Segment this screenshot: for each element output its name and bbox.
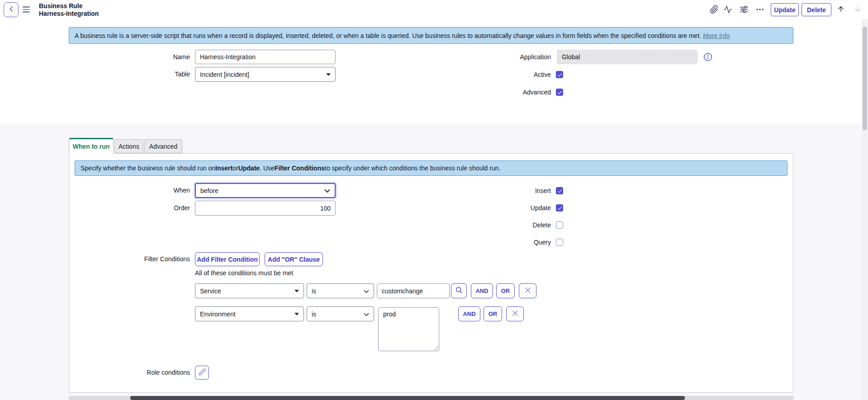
info-seg: . Use <box>260 165 275 172</box>
pencil-edit-icon <box>199 368 206 377</box>
condition-1-and-button[interactable]: AND <box>471 283 493 298</box>
active-checkbox[interactable] <box>556 71 563 78</box>
condition-1-operator-value: is <box>312 287 316 295</box>
info-seg: or <box>232 165 238 172</box>
condition-1-remove-button[interactable] <box>519 283 536 298</box>
delete-button[interactable]: Delete <box>802 3 831 16</box>
business-rule-info-banner: A business rule is a server-side script … <box>69 27 793 44</box>
activity-stream-icon[interactable] <box>722 4 733 15</box>
condition-2-operator-select[interactable]: is <box>307 306 374 321</box>
update-checkbox[interactable] <box>556 204 563 212</box>
chevron-down-icon <box>364 311 369 318</box>
previous-record-arrow-up-icon[interactable] <box>836 4 846 14</box>
condition-2-or-button[interactable]: OR <box>484 306 502 321</box>
table-label: Table <box>90 67 190 82</box>
context-menu-icon[interactable] <box>23 6 30 13</box>
insert-checkbox[interactable] <box>556 187 563 194</box>
dropdown-triangle-icon <box>294 313 299 315</box>
info-bold-insert: Insert <box>215 165 232 172</box>
condition-2-operator-value: is <box>312 311 316 318</box>
query-label: Query <box>451 235 551 250</box>
back-button[interactable] <box>4 2 19 17</box>
business-rule-page: Business Rule Harness-Integration Update… <box>0 0 868 400</box>
condition-match-text: All of these conditions must be met <box>195 269 293 277</box>
update-label: Update <box>451 201 551 216</box>
info-seg: Specify whether the business rule should… <box>81 165 215 172</box>
when-label: When <box>90 183 190 198</box>
dropdown-triangle-icon <box>294 290 299 292</box>
condition-1-operator-select[interactable]: is <box>307 283 374 298</box>
when-select-value: before <box>200 187 218 194</box>
when-to-run-info-banner: Specify whether the business rule should… <box>75 160 787 176</box>
horizontal-scrollbar-thumb[interactable] <box>130 396 685 400</box>
info-bold-update: Update <box>238 165 260 172</box>
condition-2-field-value: Environment <box>200 311 236 318</box>
tab-advanced-label: Advanced <box>149 143 177 150</box>
active-label: Active <box>451 67 551 82</box>
tab-when-to-run-label: When to run <box>73 143 110 150</box>
personalize-form-sliders-icon[interactable] <box>739 4 749 15</box>
record-type: Business Rule <box>39 2 99 10</box>
condition-2-value-textarea[interactable]: prod <box>378 307 439 351</box>
query-checkbox[interactable] <box>556 239 563 246</box>
page-title: Business Rule Harness-Integration <box>39 2 99 18</box>
info-bold-filter-conditions: Filter Conditions <box>275 165 325 172</box>
when-select[interactable]: before <box>195 183 336 198</box>
record-name: Harness-Integration <box>39 10 99 18</box>
application-info-icon[interactable] <box>702 52 713 62</box>
condition-1-reference-lookup-button[interactable] <box>451 283 467 298</box>
tab-actions[interactable]: Actions <box>114 139 143 153</box>
update-button[interactable]: Update <box>771 3 799 16</box>
attachment-paperclip-icon[interactable] <box>709 4 720 15</box>
edit-role-conditions-button[interactable] <box>195 366 209 380</box>
order-input[interactable] <box>195 201 336 216</box>
application-readonly-field: Global <box>557 50 697 64</box>
name-label: Name <box>90 50 190 65</box>
close-icon <box>512 310 518 318</box>
table-select[interactable]: Incident [incident] <box>195 67 336 82</box>
add-filter-condition-button[interactable]: Add Filter Condition <box>195 252 260 266</box>
more-options-ellipsis-icon[interactable] <box>754 4 765 15</box>
chevron-down-icon <box>364 287 369 295</box>
tab-advanced[interactable]: Advanced <box>144 139 182 153</box>
chevron-left-icon <box>8 5 15 14</box>
delete-checkbox[interactable] <box>556 221 563 229</box>
search-icon <box>455 286 463 296</box>
dropdown-triangle-icon <box>326 73 331 76</box>
tab-actions-label: Actions <box>119 143 139 150</box>
delete-label: Delete <box>451 218 551 233</box>
order-label: Order <box>90 201 190 216</box>
condition-1-field-value: Service <box>200 287 221 295</box>
more-info-link[interactable]: More Info <box>703 32 730 39</box>
next-record-arrow-down-icon[interactable] <box>853 4 863 14</box>
role-conditions-label: Role conditions <box>90 365 190 380</box>
name-input[interactable] <box>195 50 336 64</box>
condition-1-or-button[interactable]: OR <box>496 283 515 298</box>
advanced-checkbox[interactable] <box>556 89 563 96</box>
condition-2-field-select[interactable]: Environment <box>195 306 304 321</box>
condition-2-and-button[interactable]: AND <box>458 306 480 321</box>
vertical-scrollbar-thumb[interactable] <box>863 27 867 130</box>
advanced-label: Advanced <box>451 85 551 100</box>
add-or-clause-button[interactable]: Add "OR" Clause <box>265 252 323 266</box>
application-value: Global <box>562 53 580 61</box>
condition-2-remove-button[interactable] <box>506 306 524 321</box>
chevron-down-icon <box>324 187 330 194</box>
insert-label: Insert <box>451 184 551 198</box>
condition-1-field-select[interactable]: Service <box>195 283 304 298</box>
table-select-value: Incident [incident] <box>200 71 249 78</box>
info-seg: to specify under which conditions the bu… <box>325 165 500 172</box>
application-label: Application <box>451 50 551 65</box>
condition-1-value-input[interactable] <box>377 283 450 298</box>
info-banner-text: A business rule is a server-side script … <box>75 32 701 39</box>
tab-when-to-run[interactable]: When to run <box>69 138 114 154</box>
filter-conditions-label: Filter Conditions <box>90 252 190 267</box>
close-icon <box>525 287 531 295</box>
